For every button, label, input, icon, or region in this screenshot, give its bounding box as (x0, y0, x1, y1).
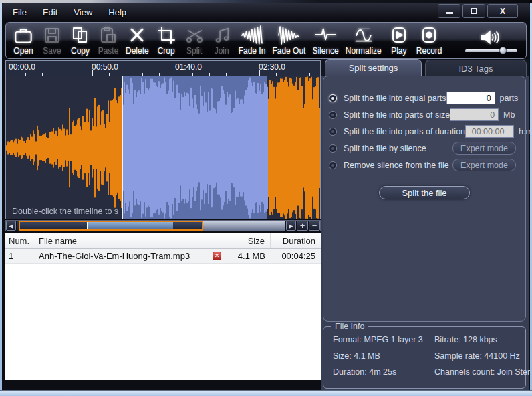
header-duration[interactable]: Duration (271, 233, 319, 248)
option-label: Split the file into parts of duration (344, 127, 465, 136)
split-the-file-button[interactable]: Split the file (379, 186, 470, 199)
remove-file-icon[interactable]: ✕ (213, 252, 221, 260)
silence-button[interactable]: Silence (309, 24, 342, 57)
header-file-name[interactable]: File name (33, 233, 225, 248)
suffix-parts: parts (500, 94, 520, 103)
volume-slider[interactable] (465, 50, 517, 52)
paste-button[interactable]: Paste (94, 24, 122, 57)
copy-label: Copy (71, 46, 90, 56)
zoom-out-button[interactable]: − (309, 221, 320, 231)
paste-icon (98, 25, 119, 45)
play-button[interactable]: Play (385, 24, 413, 57)
menu-view[interactable]: View (72, 6, 94, 19)
volume-slider-knob[interactable] (499, 47, 507, 54)
maximize-button[interactable] (462, 4, 485, 18)
tab-split-settings[interactable]: Split settings (325, 59, 422, 76)
file-list-header: Num. File name Size Duration (5, 233, 321, 249)
close-button[interactable]: X (487, 4, 518, 18)
crop-button[interactable]: Crop (152, 24, 180, 57)
radio-parts-of-size[interactable] (329, 111, 337, 119)
file-info-title: File Info (331, 322, 368, 331)
fade-out-label: Fade Out (272, 46, 305, 56)
time-label: 01:40.0 (175, 62, 202, 72)
join-label: Join (215, 46, 229, 56)
option-split-by-silence: Split the file by silence Expert mode (323, 140, 525, 157)
delete-button[interactable]: Delete (122, 24, 152, 57)
option-label: Split the file into equal parts (344, 94, 446, 103)
time-label: 00:50.0 (92, 62, 118, 72)
scrollbar-thumb[interactable] (19, 221, 203, 231)
title-bar: File Edit View Help X (2, 3, 530, 21)
equal-parts-input[interactable] (446, 92, 495, 104)
crop-icon (156, 25, 177, 45)
header-num[interactable]: Num. (5, 233, 33, 248)
copy-icon (70, 25, 91, 45)
save-label: Save (43, 46, 61, 56)
scroll-right-button[interactable]: ▶ (286, 221, 296, 231)
split-settings-panel: Split the file into equal parts parts Sp… (323, 76, 526, 322)
file-info-format: Format: MPEG 1 layer 3 (333, 335, 434, 344)
save-button[interactable]: Save (38, 24, 66, 57)
open-label: Open (13, 46, 33, 56)
join-icon (212, 25, 232, 45)
file-info-bitrate: Bitrate: 128 kbps (434, 335, 532, 344)
scrollbar-track-right[interactable] (198, 221, 285, 231)
table-row[interactable]: 1 Anh-The-Gioi-Va-Em-Huong-Tram.mp3 ✕ 4.… (5, 249, 321, 264)
menu-help[interactable]: Help (107, 6, 128, 19)
fade-out-button[interactable]: Fade Out (269, 24, 309, 57)
waveform-canvas[interactable] (6, 76, 320, 219)
row-duration: 00:04:25 (271, 249, 319, 263)
duration-input[interactable] (465, 125, 514, 138)
window-controls: X (438, 4, 518, 18)
window-border-bottom (0, 390, 532, 396)
minimize-button[interactable] (438, 4, 460, 18)
record-button[interactable]: Record (413, 24, 446, 57)
file-info-group: File Info Format: MPEG 1 layer 3 Bitrate… (323, 326, 526, 389)
parts-size-input[interactable] (450, 108, 499, 121)
app-window: File Edit View Help X Open Save Copy Pas… (0, 0, 532, 396)
fade-in-button[interactable]: Fade In (235, 24, 269, 57)
record-icon (418, 25, 440, 45)
copy-button[interactable]: Copy (66, 24, 94, 57)
suffix-mb: Mb (503, 110, 523, 120)
fade-out-icon (276, 25, 301, 45)
waveform-view[interactable]: Double-click the timeline to s (5, 76, 321, 219)
option-equal-parts: Split the file into equal parts parts (323, 90, 525, 106)
file-list: Num. File name Size Duration 1 Anh-The-G… (5, 233, 321, 380)
menu-bar: File Edit View Help (11, 6, 128, 19)
radio-remove-silence[interactable] (329, 161, 337, 169)
zoom-in-button[interactable]: + (297, 221, 308, 231)
expert-mode-button-remove[interactable]: Expert mode (452, 159, 516, 171)
silence-icon (313, 25, 338, 45)
radio-equal-parts[interactable] (329, 94, 337, 102)
fade-in-icon (239, 25, 265, 45)
scroll-left-button[interactable]: ◀ (6, 221, 16, 231)
normalize-button[interactable]: Normalize (342, 24, 385, 57)
open-button[interactable]: Open (9, 24, 38, 57)
split-button-toolbar[interactable]: Split (180, 24, 209, 57)
crop-label: Crop (158, 46, 175, 56)
silence-label: Silence (312, 46, 338, 56)
radio-parts-of-duration[interactable] (329, 128, 337, 136)
option-parts-of-duration: Split the file into parts of duration h:… (323, 123, 525, 140)
timeline-ruler[interactable]: 00:00.0 00:50.0 01:40.0 02:30.0 (5, 60, 321, 76)
time-label: 02:30.0 (259, 62, 285, 72)
selection-range-indicator (88, 222, 173, 229)
menu-edit[interactable]: Edit (41, 6, 59, 19)
maximize-icon (471, 8, 477, 14)
tab-id3-tags[interactable]: ID3 Tags (425, 60, 527, 77)
play-label: Play (391, 46, 406, 56)
option-parts-of-size: Split the file into parts of size Mb (323, 106, 525, 123)
split-icon (184, 25, 205, 45)
open-icon (12, 25, 35, 45)
option-remove-silence: Remove silence from the file Expert mode (323, 157, 525, 173)
file-name-text: Anh-The-Gioi-Va-Em-Huong-Tram.mp3 (39, 251, 190, 261)
header-size[interactable]: Size (225, 233, 271, 248)
expert-mode-button-silence[interactable]: Expert mode (452, 142, 516, 155)
menu-file[interactable]: File (11, 6, 28, 19)
save-icon (41, 25, 63, 45)
option-label: Split the file by silence (344, 144, 426, 153)
join-button[interactable]: Join (209, 24, 235, 57)
radio-split-by-silence[interactable] (329, 144, 337, 153)
volume-control (462, 24, 523, 57)
